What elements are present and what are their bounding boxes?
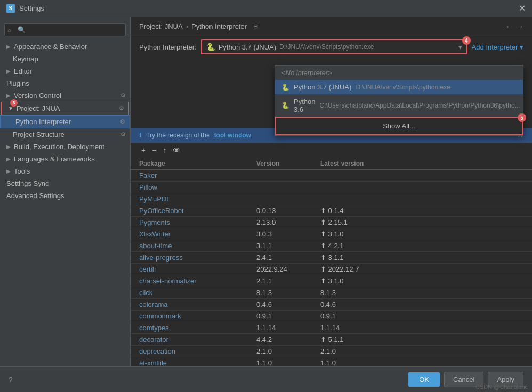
table-row[interactable]: charset-normalizer 2.1.1 ⬆ 3.1.0 — [131, 275, 532, 287]
interpreter-option-2[interactable]: 🐍 Python 3.6 C:\Users\chatblanc\AppData\… — [275, 94, 523, 117]
python-icon-sm: 🐍 — [281, 84, 289, 91]
cell-package: PyOfficeRobot — [139, 207, 256, 215]
close-button[interactable]: ✕ — [519, 3, 526, 13]
sidebar-item-editor[interactable]: ▶ Editor — [0, 65, 130, 77]
table-row[interactable]: Faker — [131, 170, 532, 182]
breadcrumb-icon: ⊟ — [253, 23, 258, 30]
option2-name: Python 3.6 — [294, 97, 315, 113]
cell-package: XlsxWriter — [139, 230, 256, 238]
cell-package: et-xmlfile — [139, 359, 256, 366]
nav-back-icon[interactable]: ← — [505, 22, 512, 30]
interpreter-row: Python Interpreter: 🐍 Python 3.7 (JNUA) … — [131, 35, 532, 59]
cell-package: Pygments — [139, 218, 256, 226]
interpreter-dropdown[interactable]: 🐍 Python 3.7 (JNUA) D:\JNUA\venv\Scripts… — [201, 39, 467, 54]
cell-version: 3.1.1 — [256, 242, 320, 250]
cell-package: Pillow — [139, 183, 256, 191]
breadcrumb: Project: JNUA › Python Interpreter ⊟ ← → — [131, 17, 532, 35]
cell-version: 0.4.6 — [256, 300, 320, 308]
up-button[interactable]: ↑ — [160, 145, 168, 156]
sidebar-item-label: Build, Execution, Deployment — [14, 143, 104, 151]
no-interp-label: <No interpreter> — [281, 69, 332, 77]
sidebar-item-label: Tools — [14, 167, 30, 175]
cell-version: 8.1.3 — [256, 289, 320, 297]
python-icon-sm2: 🐍 — [281, 102, 289, 109]
sidebar-item-tools[interactable]: ▶ Tools — [0, 165, 130, 177]
table-row[interactable]: Pygments 2.13.0 ⬆ 2.15.1 — [131, 217, 532, 228]
show-all-label: Show All... — [383, 122, 415, 130]
cell-latest: ⬆ 2.15.1 — [320, 218, 523, 226]
add-interpreter-button[interactable]: Add Interpreter ▾ — [472, 43, 523, 51]
table-row[interactable]: XlsxWriter 3.0.3 ⬆ 3.1.0 — [131, 228, 532, 240]
sidebar-item-project-structure[interactable]: Project Structure ⚙ — [0, 128, 130, 141]
sidebar-item-appearance[interactable]: ▶ Appearance & Behavior — [0, 40, 130, 53]
cell-version: 1.1.0 — [256, 359, 320, 366]
cell-version: 3.0.3 — [256, 230, 320, 238]
cell-package: click — [139, 289, 256, 297]
cell-package: commonmark — [139, 312, 256, 320]
breadcrumb-project: Project: JNUA — [139, 22, 183, 30]
cell-package: about-time — [139, 242, 256, 250]
sidebar-item-keymap[interactable]: Keymap — [0, 53, 130, 65]
table-row[interactable]: certifi 2022.9.24 ⬆ 2022.12.7 — [131, 264, 532, 275]
table-row[interactable]: Pillow — [131, 182, 532, 193]
cell-latest: ⬆ 4.2.1 — [320, 242, 523, 250]
col-header-package: Package — [139, 160, 256, 167]
table-row[interactable]: deprecation 2.1.0 2.1.0 — [131, 346, 532, 357]
badge-3: 3 — [10, 99, 18, 107]
no-interpreter-option[interactable]: <No interpreter> — [275, 66, 523, 80]
table-row[interactable]: click 8.1.3 8.1.3 — [131, 287, 532, 299]
sidebar-item-settings-sync[interactable]: Settings Sync — [0, 177, 130, 190]
cell-latest: 1.1.14 — [320, 324, 523, 332]
title-bar: S Settings ✕ — [0, 0, 532, 17]
col-header-latest: Latest version — [320, 160, 523, 167]
eye-button[interactable]: 👁 — [171, 145, 182, 156]
breadcrumb-current: Python Interpreter — [191, 22, 247, 30]
table-row[interactable]: colorama 0.4.6 0.4.6 — [131, 299, 532, 311]
window-title: Settings — [19, 4, 44, 12]
cell-latest: ⬆ 5.1.1 — [320, 336, 523, 344]
tool-window-link[interactable]: tool window — [214, 132, 251, 139]
sidebar-item-advanced-settings[interactable]: Advanced Settings — [0, 190, 130, 202]
show-all-button[interactable]: Show All... 5 — [275, 117, 523, 135]
cell-package: decorator — [139, 336, 256, 344]
toolbar-row: + − ↑ 👁 — [131, 143, 532, 158]
table-row[interactable]: comtypes 1.1.14 1.1.14 — [131, 322, 532, 334]
search-input[interactable] — [4, 23, 126, 36]
badge-5: 5 — [518, 113, 526, 122]
search-icon: ⌕ — [7, 27, 11, 33]
table-row[interactable]: PyMuPDF — [131, 193, 532, 205]
cell-latest: 2.1.0 — [320, 347, 523, 355]
bottom-bar: ? OK Cancel Apply — [0, 366, 532, 392]
table-row[interactable]: about-time 3.1.1 ⬆ 4.2.1 — [131, 240, 532, 252]
table-row[interactable]: PyOfficeRobot 0.0.13 ⬆ 0.1.4 — [131, 205, 532, 217]
option1-path: D:\JNUA\venv\Scripts\python.exe — [356, 84, 450, 91]
notif-text: Try the redesign of the — [146, 132, 210, 139]
add-package-button[interactable]: + — [139, 145, 148, 156]
sidebar-item-label: Python Interpreter — [15, 118, 71, 126]
cell-version: 2.1.1 — [256, 277, 320, 285]
cell-version: 2.13.0 — [256, 218, 320, 226]
cell-package: comtypes — [139, 324, 256, 332]
table-row[interactable]: et-xmlfile 1.1.0 1.1.0 — [131, 357, 532, 366]
ok-button[interactable]: OK — [408, 372, 440, 387]
sidebar-item-python-interpreter[interactable]: Python Interpreter ⚙ — [0, 115, 130, 128]
cell-latest: ⬆ 0.1.4 — [320, 207, 523, 215]
cell-version: 1.1.14 — [256, 324, 320, 332]
sidebar-item-project-jnua[interactable]: ▼ Project: JNUA ⚙ 3 — [1, 102, 129, 115]
help-button[interactable]: ? — [9, 375, 13, 384]
table-row[interactable]: decorator 4.4.2 ⬆ 5.1.1 — [131, 334, 532, 346]
info-icon: ℹ — [139, 132, 142, 139]
table-row[interactable]: commonmark 0.9.1 0.9.1 — [131, 311, 532, 322]
sidebar-item-build[interactable]: ▶ Build, Execution, Deployment — [0, 141, 130, 153]
sidebar-item-plugins[interactable]: Plugins — [0, 77, 130, 89]
python-icon: 🐍 — [206, 43, 215, 51]
arrow-icon: ▶ — [6, 156, 11, 162]
nav-forward-icon[interactable]: → — [517, 22, 523, 30]
remove-package-button[interactable]: − — [150, 145, 158, 156]
sidebar-item-label: Languages & Frameworks — [14, 155, 95, 163]
sidebar-item-version-control[interactable]: ▶ Version Control ⚙ — [0, 89, 130, 102]
cell-latest: 0.4.6 — [320, 300, 523, 308]
table-row[interactable]: alive-progress 2.4.1 ⬆ 3.1.1 — [131, 252, 532, 264]
interpreter-option-1[interactable]: 🐍 Python 3.7 (JNUA) D:\JNUA\venv\Scripts… — [275, 80, 523, 94]
sidebar-item-languages[interactable]: ▶ Languages & Frameworks — [0, 153, 130, 165]
